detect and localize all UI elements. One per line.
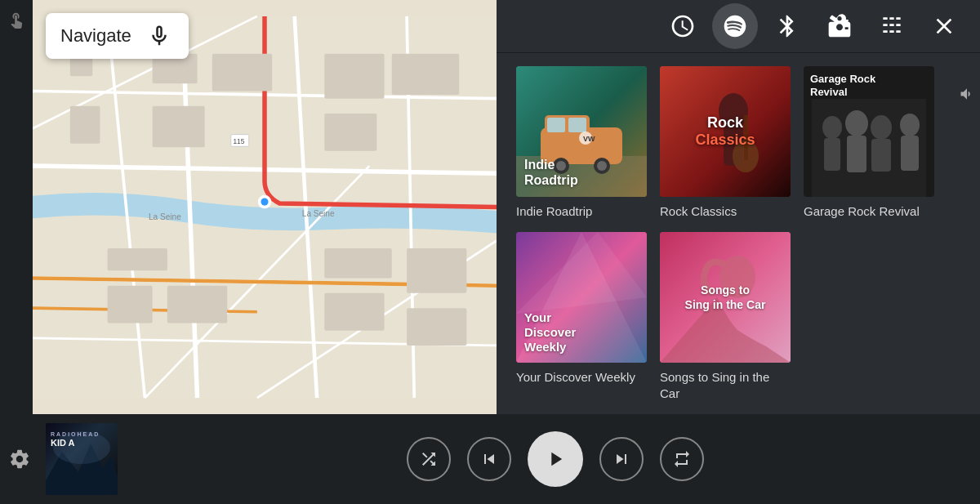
playlist-songs-singin-car[interactable]: Songs toSing in the Car Songs to Sing in… — [660, 232, 791, 401]
svg-rect-40 — [568, 118, 586, 132]
volume-icon[interactable] — [959, 86, 975, 105]
playlist-cover-singincar: Songs toSing in the Car — [660, 232, 791, 363]
playlist-cover-garage: Garage RockRevival — [804, 66, 934, 197]
svg-rect-26 — [324, 293, 384, 331]
right-edge-panel — [954, 53, 980, 415]
playlist-indie-roadtrip[interactable]: VW Indie Roadtrip Indie Roadtrip — [516, 66, 647, 220]
playlist-garage-rock[interactable]: Garage RockRevival Garage Rock Revival — [804, 66, 934, 220]
svg-text:RADIOHEAD: RADIOHEAD — [51, 431, 100, 437]
microphone-icon[interactable] — [145, 21, 174, 51]
playlists-grid: VW Indie Roadtrip Indie Roadtrip — [497, 53, 954, 415]
svg-rect-23 — [108, 286, 153, 323]
singincar-overlay: Songs toSing in the Car — [666, 283, 784, 312]
svg-text:La Seine: La Seine — [302, 209, 335, 218]
svg-text:KID A: KID A — [51, 438, 75, 448]
clock-nav-button[interactable] — [660, 3, 706, 49]
shuffle-button[interactable] — [407, 437, 451, 481]
left-panel — [0, 0, 33, 414]
next-button[interactable] — [599, 437, 644, 481]
top-nav — [497, 0, 980, 53]
svg-rect-24 — [167, 286, 227, 323]
exit-nav-button[interactable] — [921, 3, 967, 49]
rock-classics-name: Rock Classics — [660, 203, 791, 220]
svg-rect-55 — [824, 138, 840, 171]
navigate-label: Navigate — [60, 25, 131, 47]
svg-rect-22 — [108, 248, 167, 270]
playlist-cover-discover: Your Discover Weekly — [516, 232, 647, 363]
svg-text:VW: VW — [583, 135, 595, 143]
player-controls — [131, 431, 980, 487]
indie-roadtrip-overlay: Indie Roadtrip — [524, 157, 578, 188]
indie-roadtrip-name: Indie Roadtrip — [516, 203, 647, 220]
svg-point-60 — [900, 114, 920, 136]
garage-rock-name: Garage Rock Revival — [804, 203, 934, 220]
album-art: RADIOHEAD KID A — [46, 423, 118, 495]
svg-point-30 — [261, 198, 268, 206]
rock-overlay: Rock Classics — [695, 114, 755, 149]
svg-point-44 — [597, 161, 607, 171]
svg-rect-19 — [392, 54, 459, 95]
play-button[interactable] — [528, 431, 583, 487]
discover-overlay: Your Discover Weekly — [524, 310, 576, 355]
svg-rect-57 — [847, 136, 866, 172]
svg-rect-25 — [324, 248, 391, 279]
touch-icon — [5, 8, 28, 31]
playlist-rock-classics[interactable]: Rock Classics Rock Classics — [660, 66, 791, 220]
grid-nav-button[interactable] — [869, 3, 915, 49]
svg-rect-27 — [407, 248, 466, 293]
svg-rect-59 — [871, 139, 891, 172]
svg-rect-21 — [70, 106, 100, 144]
repeat-button[interactable] — [660, 437, 704, 481]
navigate-box[interactable]: Navigate — [46, 13, 189, 59]
svg-rect-18 — [324, 114, 376, 151]
svg-rect-17 — [324, 54, 384, 99]
svg-rect-15 — [212, 54, 272, 91]
bluetooth-nav-button[interactable] — [764, 3, 810, 49]
playlist-cover-indie: VW Indie Roadtrip — [516, 66, 647, 197]
garage-overlay: Garage RockRevival — [810, 73, 875, 100]
previous-button[interactable] — [467, 437, 511, 481]
discover-weekly-name: Your Discover Weekly — [516, 369, 647, 386]
playlist-cover-rock: Rock Classics — [660, 66, 791, 197]
svg-text:115: 115 — [234, 138, 245, 145]
radio-nav-button[interactable] — [817, 3, 862, 49]
spotify-nav-button[interactable] — [712, 3, 758, 49]
svg-point-54 — [822, 116, 842, 139]
bottom-bar: RADIOHEAD KID A — [0, 414, 980, 504]
svg-point-58 — [871, 115, 892, 140]
svg-rect-16 — [153, 106, 205, 147]
map-area: La Seine La Seine 115 Navigate — [33, 0, 497, 414]
svg-text:La Seine: La Seine — [149, 212, 181, 221]
svg-point-56 — [845, 110, 868, 136]
right-section: VW Indie Roadtrip Indie Roadtrip — [497, 0, 980, 414]
main-content: VW Indie Roadtrip Indie Roadtrip — [497, 53, 954, 415]
svg-rect-61 — [901, 136, 919, 171]
songs-singincar-name: Songs to Sing in the Car — [660, 369, 791, 401]
settings-button[interactable] — [3, 443, 36, 475]
playlist-discover-weekly[interactable]: Your Discover Weekly Your Discover Weekl… — [516, 232, 647, 401]
svg-rect-28 — [407, 308, 466, 346]
svg-rect-39 — [547, 118, 565, 132]
